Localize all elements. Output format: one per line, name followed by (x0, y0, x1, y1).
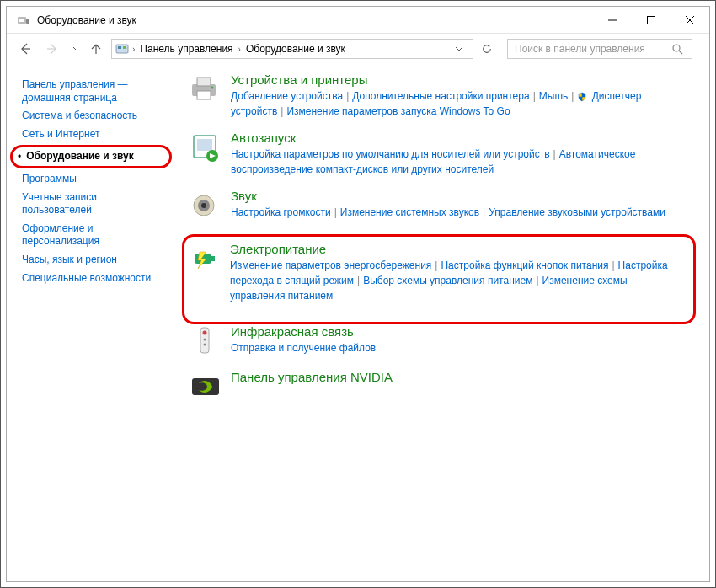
control-panel-icon (115, 42, 129, 56)
svg-point-23 (201, 203, 206, 208)
sidebar-item-7[interactable]: Часы, язык и регион (22, 251, 167, 270)
category-link[interactable]: Изменение параметров запуска Windows To … (286, 105, 510, 117)
category-link[interactable]: Настройка параметров по умолчанию для но… (231, 148, 550, 160)
address-bar: › Панель управления › Оборудование и зву… (7, 34, 709, 64)
sidebar-item-4[interactable]: Программы (22, 170, 167, 189)
category-2: ЗвукНастройка громкости|Изменение систем… (189, 189, 696, 222)
sidebar: Панель управления — домашняя страницаСис… (7, 64, 175, 581)
separator: | (536, 275, 538, 286)
svg-rect-16 (197, 91, 211, 99)
control-panel-window: Оборудование и звук › Панель управления … (6, 6, 710, 582)
sidebar-item-6[interactable]: Оформление и персонализация (22, 220, 167, 251)
sidebar-item-3[interactable]: Оборудование и звук (26, 150, 134, 163)
chevron-right-icon: › (238, 45, 241, 54)
category-title[interactable]: Звук (231, 189, 257, 203)
search-input[interactable] (513, 42, 671, 56)
category-title[interactable]: Панель управления NVIDIA (231, 370, 393, 384)
svg-point-28 (204, 339, 206, 341)
sidebar-item-2[interactable]: Сеть и Интернет (22, 126, 167, 144)
separator: | (571, 90, 574, 102)
svg-point-29 (204, 344, 206, 346)
svg-line-13 (679, 51, 682, 54)
separator: | (281, 105, 283, 117)
category-links: Настройка громкости|Изменение системных … (231, 205, 696, 220)
crumb-current[interactable]: Оборудование и звук (244, 43, 347, 55)
separator: | (357, 275, 360, 286)
breadcrumb[interactable]: › Панель управления › Оборудование и зву… (111, 39, 473, 59)
minimize-button[interactable] (593, 8, 632, 33)
category-title[interactable]: Устройства и принтеры (231, 72, 367, 87)
svg-rect-4 (648, 16, 655, 24)
category-link[interactable]: Выбор схемы управления питанием (363, 275, 532, 286)
search-icon (671, 43, 683, 55)
svg-rect-1 (19, 19, 24, 22)
autoplay-icon (189, 131, 222, 164)
window-icon (15, 12, 32, 29)
category-link[interactable]: Настройка громкости (231, 206, 331, 218)
category-link[interactable]: Добавление устройства (231, 90, 343, 102)
category-title[interactable]: Автозапуск (231, 131, 296, 145)
printer-icon (189, 72, 222, 106)
nvidia-icon (189, 370, 222, 404)
refresh-button[interactable] (477, 39, 497, 59)
category-link[interactable]: Дополнительные настройки принтера (352, 90, 529, 102)
category-0: Устройства и принтерыДобавление устройст… (189, 72, 696, 119)
sidebar-item-5[interactable]: Учетные записи пользователей (22, 189, 167, 220)
highlight-box: ЭлектропитаниеИзменение параметров энерг… (182, 234, 696, 324)
chevron-right-icon: › (132, 45, 135, 54)
forward-button[interactable] (40, 37, 64, 61)
search-box[interactable] (507, 39, 692, 59)
window-title: Оборудование и звук (37, 14, 136, 26)
svg-rect-11 (123, 46, 126, 49)
svg-rect-30 (192, 378, 219, 395)
category-title[interactable]: Электропитание (230, 242, 326, 256)
infrared-icon (189, 324, 222, 358)
separator: | (435, 259, 437, 271)
svg-point-12 (673, 45, 680, 51)
category-4: Инфракрасная связьОтправка и получение ф… (189, 324, 696, 358)
svg-rect-19 (197, 139, 212, 151)
category-link[interactable]: Изменение параметров энергосбережения (230, 259, 431, 271)
sidebar-item-1[interactable]: Система и безопасность (22, 107, 167, 126)
separator: | (334, 206, 337, 218)
recent-dropdown[interactable] (67, 37, 81, 61)
category-links: Добавление устройства|Дополнительные нас… (231, 88, 696, 119)
sidebar-item-0[interactable]: Панель управления — домашняя страница (22, 76, 167, 107)
category-link[interactable]: Управление звуковыми устройствами (489, 206, 665, 218)
sidebar-item-active[interactable]: Оборудование и звук (10, 145, 172, 168)
category-links: Изменение параметров энергосбережения|На… (230, 258, 685, 303)
svg-rect-25 (211, 256, 215, 261)
svg-rect-10 (118, 46, 121, 49)
main-content: Устройства и принтерыДобавление устройст… (175, 64, 709, 581)
crumb-root[interactable]: Панель управления (138, 43, 234, 55)
separator: | (346, 90, 349, 102)
category-5: Панель управления NVIDIA (189, 370, 696, 404)
category-link[interactable]: Мышь (539, 90, 569, 102)
sound-icon (189, 189, 222, 222)
category-links: Настройка параметров по умолчанию для но… (231, 147, 696, 177)
category-link[interactable]: Настройка функций кнопок питания (441, 259, 608, 271)
svg-rect-2 (26, 19, 29, 24)
breadcrumb-dropdown[interactable] (449, 39, 469, 59)
maximize-button[interactable] (632, 8, 671, 33)
separator: | (483, 206, 485, 218)
up-button[interactable] (84, 37, 108, 61)
category-link[interactable]: Отправка и получение файлов (231, 342, 376, 354)
separator: | (553, 148, 556, 160)
separator: | (612, 259, 614, 271)
category-title[interactable]: Инфракрасная связь (231, 324, 354, 339)
shield-icon (577, 92, 587, 102)
close-button[interactable] (671, 8, 709, 33)
svg-point-17 (211, 87, 214, 89)
back-button[interactable] (13, 37, 37, 61)
svg-rect-15 (197, 78, 211, 86)
category-link[interactable]: Изменение системных звуков (340, 206, 479, 218)
category-links: Отправка и получение файлов (231, 340, 696, 355)
sidebar-item-8[interactable]: Специальные возможности (22, 270, 167, 288)
category-1: АвтозапускНастройка параметров по умолча… (189, 131, 696, 177)
category-3: ЭлектропитаниеИзменение параметров энерг… (188, 242, 685, 303)
power-icon (188, 242, 222, 275)
titlebar: Оборудование и звук (7, 7, 709, 34)
svg-point-27 (203, 331, 207, 335)
separator: | (533, 90, 536, 102)
